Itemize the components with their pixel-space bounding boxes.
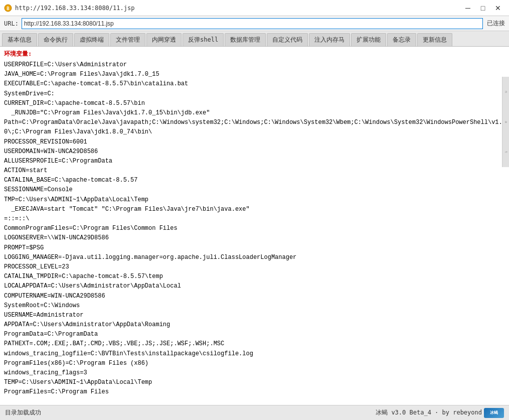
tab-cmd-exec[interactable]: 命令执行 [38,33,73,46]
status-right: 冰蝎 v3.0 Beta_4 · by rebeyond 冰蝎 [376,408,504,418]
window-title: http://192.168.33.134:8080/11.jsp [15,5,461,12]
tab-reverse-shell[interactable]: 反弹shell [183,33,224,46]
tab-basic-info[interactable]: 基本信息 [2,33,37,46]
tab-extend[interactable]: 扩展功能 [351,33,386,46]
tab-intranet[interactable]: 内网穿透 [146,33,182,46]
app-logo: 冰蝎 [484,408,504,418]
url-label: URL: [4,20,19,27]
tab-bar: 基本信息 命令执行 虚拟终端 文件管理 内网穿透 反弹shell 数据库管理 自… [0,31,509,47]
svg-text:B: B [7,6,10,11]
close-button[interactable]: ✕ [491,3,505,13]
env-body: USERPROFILE=C:\Users\Administrator JAVA_… [4,60,505,397]
window-controls: ─ □ ✕ [461,3,505,13]
tab-update-info[interactable]: 更新信息 [417,33,452,46]
tab-db-manager[interactable]: 数据库管理 [225,33,266,46]
maximize-button[interactable]: □ [476,3,490,13]
connection-status: 已连接 [487,19,505,28]
title-bar: B http://192.168.33.134:8080/11.jsp ─ □ … [0,0,509,16]
env-title: 环境变量: [4,50,505,58]
tab-virtual-terminal[interactable]: 虚拟终端 [74,33,109,46]
side-decoration: n a t [502,77,509,167]
main-content[interactable]: 环境变量: USERPROFILE=C:\Users\Administrator… [0,47,509,405]
app-icon: B [4,4,12,12]
tab-file-manager[interactable]: 文件管理 [110,33,145,46]
tab-notes[interactable]: 备忘录 [387,33,416,46]
tab-inject-memory[interactable]: 注入内存马 [309,33,350,46]
tab-custom-code[interactable]: 自定义代码 [267,33,308,46]
status-bar: 目录加载成功 冰蝎 v3.0 Beta_4 · by rebeyond 冰蝎 [0,405,509,420]
version-info: 冰蝎 v3.0 Beta_4 · by rebeyond [376,408,482,417]
url-input[interactable] [22,18,483,29]
minimize-button[interactable]: ─ [461,3,475,13]
url-bar: URL: 已连接 [0,16,509,31]
status-message: 目录加载成功 [5,408,41,417]
